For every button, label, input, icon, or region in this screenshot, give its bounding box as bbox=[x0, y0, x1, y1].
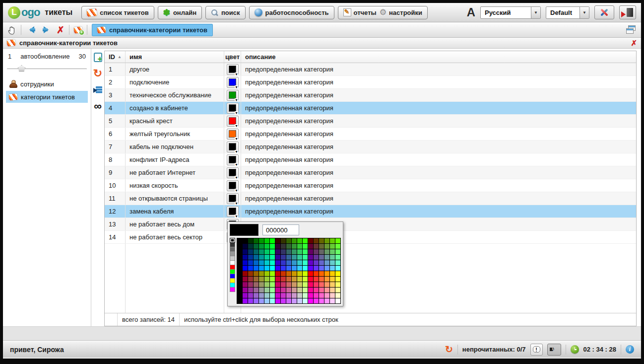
palette-cell[interactable] bbox=[243, 271, 248, 276]
palette-cell[interactable] bbox=[330, 244, 335, 249]
palette-cell[interactable] bbox=[297, 282, 302, 287]
table-row[interactable]: 3техническое обслуживаниепредопределенна… bbox=[105, 89, 636, 102]
palette-cell[interactable] bbox=[286, 271, 291, 276]
palette-cell[interactable] bbox=[270, 293, 275, 298]
color-swatch-button[interactable] bbox=[227, 167, 239, 178]
palette-cell[interactable] bbox=[270, 249, 275, 254]
palette-cell[interactable] bbox=[319, 282, 324, 287]
palette-cell[interactable] bbox=[275, 249, 280, 254]
table-row[interactable]: 10низкая скоростьпредопределенная катего… bbox=[105, 179, 636, 192]
palette-cell[interactable] bbox=[319, 293, 324, 298]
palette-cell[interactable] bbox=[303, 288, 308, 292]
palette-cell[interactable] bbox=[275, 238, 280, 243]
palette-cell[interactable] bbox=[335, 282, 340, 287]
palette-cell[interactable] bbox=[319, 266, 324, 271]
palette-cell[interactable] bbox=[319, 249, 324, 254]
palette-cell[interactable] bbox=[292, 249, 297, 254]
health-button[interactable]: работоспособность bbox=[249, 6, 334, 19]
palette-cell[interactable] bbox=[243, 288, 248, 292]
palette-cell[interactable] bbox=[243, 277, 248, 282]
palette-cell[interactable] bbox=[297, 271, 302, 276]
palette-cell[interactable] bbox=[259, 288, 264, 292]
palette-cell[interactable] bbox=[259, 293, 264, 298]
palette-cell[interactable] bbox=[264, 249, 269, 254]
palette-cell[interactable] bbox=[254, 288, 258, 292]
palette-cell[interactable] bbox=[243, 244, 248, 249]
autorefresh-slider[interactable] bbox=[7, 64, 87, 72]
palette-cell[interactable] bbox=[286, 266, 291, 271]
palette-cell[interactable] bbox=[281, 260, 286, 265]
palette-cell[interactable] bbox=[292, 255, 297, 260]
palette-cell[interactable] bbox=[264, 238, 269, 243]
refresh-icon[interactable] bbox=[445, 345, 453, 354]
palette-cell[interactable] bbox=[314, 266, 319, 271]
palette-cell[interactable] bbox=[248, 238, 253, 243]
palette-cell[interactable] bbox=[275, 282, 280, 287]
color-swatch-button[interactable] bbox=[227, 116, 239, 127]
palette-cell[interactable] bbox=[286, 260, 291, 265]
palette-cell[interactable] bbox=[248, 277, 253, 282]
palette-cell[interactable] bbox=[308, 238, 313, 243]
palette-cell[interactable] bbox=[330, 288, 335, 292]
palette-cell[interactable] bbox=[297, 288, 302, 292]
palette-cell[interactable] bbox=[335, 260, 340, 265]
palette-cell[interactable] bbox=[254, 255, 258, 260]
palette-cell[interactable] bbox=[330, 277, 335, 282]
palette-cell[interactable] bbox=[292, 260, 297, 265]
palette-cell[interactable] bbox=[330, 238, 335, 243]
palette-cell[interactable] bbox=[264, 288, 269, 292]
palette-cell[interactable] bbox=[335, 277, 340, 282]
palette-cell[interactable] bbox=[324, 293, 329, 298]
palette-cell[interactable] bbox=[237, 255, 242, 260]
palette-cell[interactable] bbox=[248, 282, 253, 287]
palette-cell[interactable] bbox=[248, 298, 253, 303]
palette-cell[interactable] bbox=[259, 282, 264, 287]
palette-cell[interactable] bbox=[237, 238, 242, 243]
palette-cell[interactable] bbox=[275, 277, 280, 282]
chevron-down-icon[interactable] bbox=[531, 7, 540, 18]
palette-cell[interactable] bbox=[319, 260, 324, 265]
font-size-icon[interactable]: A bbox=[467, 5, 475, 19]
common-color-cell[interactable] bbox=[230, 238, 235, 243]
cascade-windows-icon[interactable] bbox=[626, 25, 637, 35]
palette-cell[interactable] bbox=[281, 238, 286, 243]
palette-cell[interactable] bbox=[308, 298, 313, 303]
palette-cell[interactable] bbox=[259, 249, 264, 254]
palette-cell[interactable] bbox=[319, 244, 324, 249]
color-swatch-button[interactable] bbox=[227, 180, 239, 191]
palette-cell[interactable] bbox=[264, 277, 269, 282]
palette-cell[interactable] bbox=[308, 282, 313, 287]
palette-cell[interactable] bbox=[281, 293, 286, 298]
palette-cell[interactable] bbox=[286, 298, 291, 303]
palette-cell[interactable] bbox=[303, 255, 308, 260]
sidebar-item-ticket-categories[interactable]: категории тикетов bbox=[6, 91, 88, 103]
color-swatch-button[interactable] bbox=[227, 193, 239, 204]
palette-cell[interactable] bbox=[243, 249, 248, 254]
palette-cell[interactable] bbox=[248, 288, 253, 292]
palette-cell[interactable] bbox=[254, 244, 258, 249]
tab-categories-reference[interactable]: справочник-категории тикетов bbox=[92, 24, 213, 36]
palette-cell[interactable] bbox=[314, 271, 319, 276]
palette-cell[interactable] bbox=[303, 298, 308, 303]
palette-cell[interactable] bbox=[292, 293, 297, 298]
palette-cell[interactable] bbox=[335, 288, 340, 292]
palette-cell[interactable] bbox=[324, 249, 329, 254]
palette-cell[interactable] bbox=[286, 293, 291, 298]
sound-button[interactable] bbox=[547, 344, 561, 356]
palette-cell[interactable] bbox=[308, 277, 313, 282]
palette-cell[interactable] bbox=[335, 244, 340, 249]
panel-close-icon[interactable] bbox=[631, 39, 637, 47]
palette-cell[interactable] bbox=[259, 260, 264, 265]
pan-hand-icon[interactable] bbox=[7, 25, 16, 35]
palette-cell[interactable] bbox=[292, 282, 297, 287]
palette-cell[interactable] bbox=[314, 255, 319, 260]
table-row[interactable]: 8конфликт IP-адресапредопределенная кате… bbox=[105, 153, 636, 166]
palette-cell[interactable] bbox=[319, 277, 324, 282]
palette-cell[interactable] bbox=[275, 260, 280, 265]
palette-cell[interactable] bbox=[319, 271, 324, 276]
palette-cell[interactable] bbox=[270, 288, 275, 292]
palette-cell[interactable] bbox=[275, 271, 280, 276]
palette-cell[interactable] bbox=[259, 298, 264, 303]
palette-cell[interactable] bbox=[314, 288, 319, 292]
palette-cell[interactable] bbox=[314, 238, 319, 243]
